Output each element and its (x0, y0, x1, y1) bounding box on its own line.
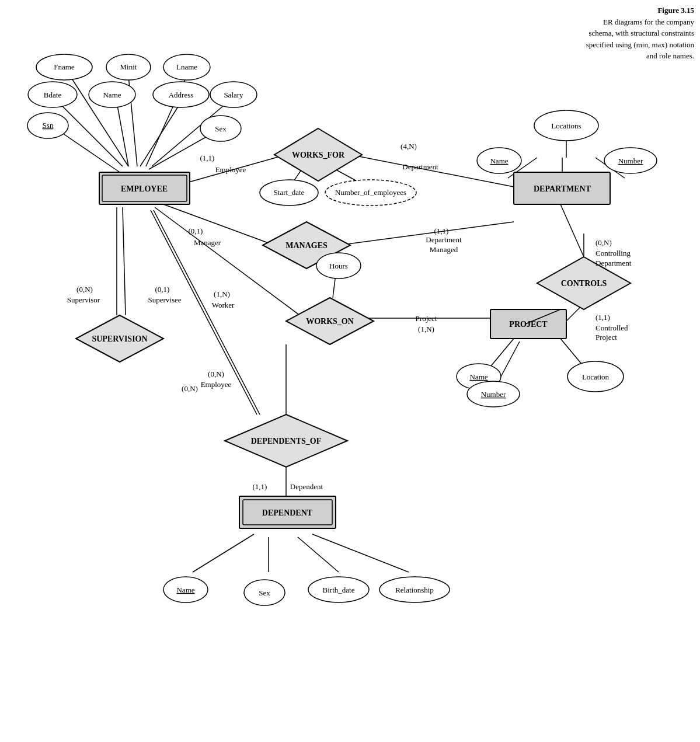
controls-label: CONTROLS (561, 279, 607, 288)
proj-name-label: Name (469, 372, 487, 381)
dept-number-label: Number (618, 156, 643, 165)
controls-role-controlling-dept: Controlling (595, 249, 631, 257)
dependents-constraint-dependent: (1,1) (253, 482, 267, 491)
start-date-label: Start_date (274, 188, 305, 197)
bdate-label: Bdate (44, 90, 62, 99)
works-for-role-dept: Department (402, 162, 438, 171)
works-on-role-project2: (1,N) (418, 325, 434, 333)
works-on-role-employee: Employee (201, 380, 232, 389)
er-diagram: EMPLOYEE DEPARTMENT PROJECT DEPENDENT WO… (0, 0, 700, 742)
manages-label: MANAGES (285, 241, 328, 250)
controls-role-controlling-dept2: Department (595, 259, 632, 267)
employee-label: EMPLOYEE (121, 184, 168, 193)
manages-constraint-manager: (0,1) (189, 227, 203, 235)
supervision-role-supervisee: Supervisee (148, 295, 181, 304)
works-on-constraint-employee: (0,N) (208, 370, 224, 378)
manages-role-dept-managed: Department (426, 235, 462, 244)
sex-label: Sex (215, 124, 227, 133)
works-on-constraint-project: Project (416, 314, 437, 323)
supervision-role-supervisor: Supervisor (67, 295, 100, 304)
dept-name-label: Name (490, 156, 508, 165)
svg-line-35 (560, 204, 584, 257)
fname-label: Fname (54, 62, 75, 71)
svg-line-31 (193, 534, 254, 572)
department-label: DEPARTMENT (534, 184, 591, 193)
location-label: Location (582, 372, 610, 381)
supervision-label: SUPERVISION (92, 335, 147, 343)
manages-constraint-dept: (1,1) (434, 227, 449, 235)
salary-label: Salary (224, 90, 243, 99)
dependent-label: DEPENDENT (262, 508, 313, 517)
controls-role-controlled-proj: Controlled (595, 323, 628, 332)
svg-line-14 (55, 128, 120, 172)
works-for-constraint-dept: (4,N) (401, 142, 417, 151)
svg-line-34 (312, 534, 409, 572)
emp-name-label: Name (103, 90, 121, 99)
works-for-constraint-employee: (1,1) (200, 154, 215, 162)
proj-number-label: Number (481, 390, 506, 399)
hours-label: Hours (329, 262, 348, 270)
relationship-label: Relationship (395, 586, 434, 594)
svg-line-10 (58, 102, 123, 166)
dependents-of-label: DEPENDENTS_OF (251, 437, 322, 445)
minit-label: Minit (120, 62, 137, 71)
svg-line-12 (140, 102, 181, 166)
controls-role-controlled-proj2: Project (595, 333, 617, 342)
address-label: Address (169, 90, 194, 99)
works-for-role-employee: Employee (215, 165, 246, 174)
controls-constraint-proj: (1,1) (595, 313, 610, 322)
controls-constraint-dept: (0,N) (595, 238, 612, 247)
manages-role-manager: Manager (194, 238, 221, 247)
works-on-constraint-worker: (1,N) (214, 290, 230, 298)
birth-date-label: Birth_date (323, 586, 355, 594)
supervision-constraint-supervisee: (0,1) (155, 285, 170, 294)
project-label: PROJECT (509, 320, 548, 329)
dep-sex-label: Sex (259, 588, 270, 597)
svg-line-19 (123, 207, 126, 315)
dependents-constraint-employee: (0,N) (182, 384, 198, 393)
manages-role-dept-managed2: Managed (430, 245, 458, 254)
dep-name-label: Name (176, 586, 194, 594)
lname-label: Lname (176, 62, 197, 71)
ssn-label: Ssn (43, 121, 54, 130)
supervision-constraint-supervisor: (0,N) (76, 285, 93, 294)
num-employees-label: Number_of_employees (335, 188, 406, 197)
dependents-role-dependent: Dependent (290, 482, 323, 491)
works-on-role-worker: Worker (212, 301, 235, 309)
locations-label: Locations (551, 121, 581, 130)
works-for-label: WORKS_FOR (292, 151, 345, 159)
page: Figure 3.15 ER diagrams for the company … (0, 0, 700, 742)
works-on-label: WORKS_ON (306, 317, 354, 326)
